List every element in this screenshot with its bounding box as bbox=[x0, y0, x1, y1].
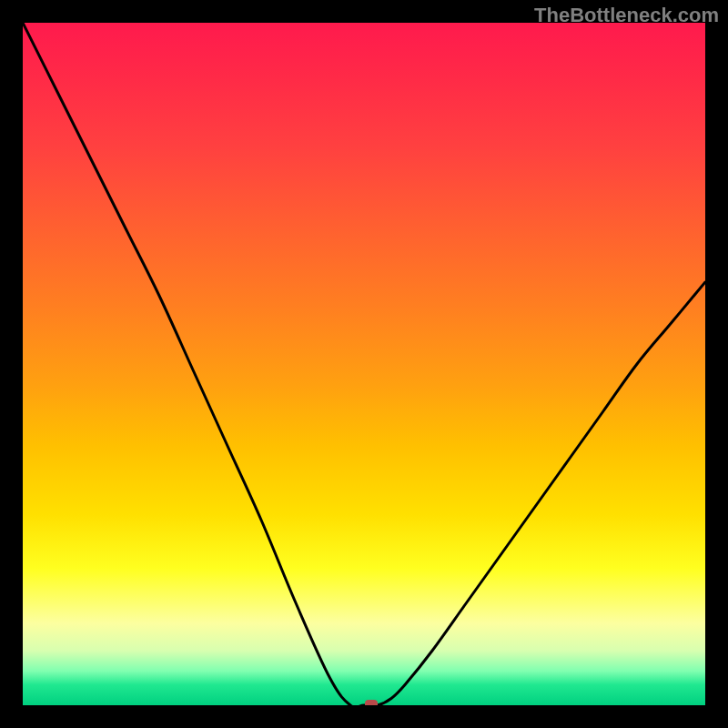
chart-container: TheBottleneck.com bbox=[0, 0, 728, 728]
plot-area bbox=[23, 23, 705, 705]
bottleneck-curve bbox=[23, 23, 705, 705]
curve-layer bbox=[23, 23, 705, 705]
watermark-text: TheBottleneck.com bbox=[534, 4, 719, 27]
optimal-point-marker bbox=[365, 700, 378, 705]
